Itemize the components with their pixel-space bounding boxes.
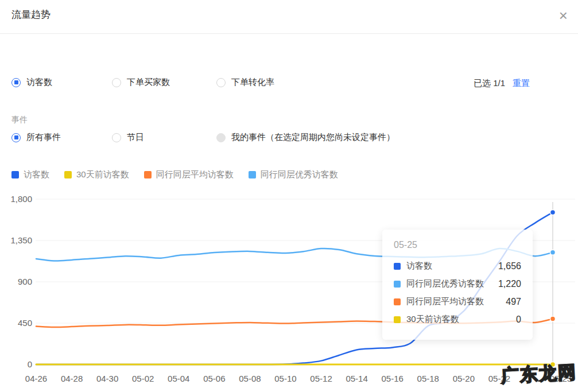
x-axis-label: 05-22 (488, 374, 510, 383)
radio-order-buyers[interactable]: 下单买家数 (112, 77, 170, 88)
radio-selected-icon (11, 78, 21, 87)
series-swatch (394, 281, 401, 288)
x-axis-label: 05-06 (203, 374, 225, 383)
legend-item-visitors[interactable]: 访客数 (11, 169, 49, 180)
radio-holidays[interactable]: 节日 (112, 132, 144, 143)
y-axis-label: 0 (0, 359, 32, 369)
x-axis-label: 04-28 (61, 374, 83, 383)
page-title: 流量趋势 (11, 8, 51, 21)
highlight-dot (550, 362, 556, 367)
x-axis-label: 05-12 (310, 374, 332, 383)
radio-conversion-rate[interactable]: 下单转化率 (216, 77, 274, 88)
tooltip-row: 同行同层优秀访客数 1,220 (394, 275, 521, 293)
x-axis-label: 05-04 (168, 374, 189, 383)
y-axis-label: 450 (0, 318, 32, 328)
x-axis-label: 05-25 (550, 374, 572, 383)
legend-swatch (64, 171, 72, 178)
legend-label: 同行同层优秀访客数 (261, 169, 338, 180)
tooltip-row: 访客数 1,656 (394, 257, 521, 275)
radio-my-events[interactable]: 我的事件（在选定周期内您尚未设定事件） (216, 132, 395, 143)
radio-label: 节日 (127, 132, 144, 143)
legend-label: 30天前访客数 (76, 169, 129, 180)
radio-label: 所有事件 (26, 132, 61, 143)
chart-tooltip: 05-25 访客数 1,656 同行同层优秀访客数 1,220 同行同层平均访客… (382, 230, 533, 340)
series-value: 497 (506, 297, 521, 307)
y-axis-label: 1,800 (0, 194, 32, 204)
radio-unselected-icon (112, 78, 121, 87)
legend-item-peer-excellent[interactable]: 同行同层优秀访客数 (249, 169, 338, 180)
tooltip-row: 同行同层平均访客数 497 (394, 293, 521, 311)
radio-disabled-icon (216, 133, 226, 142)
event-section-label: 事件 (11, 115, 28, 125)
x-axis-label: 05-16 (382, 374, 404, 383)
highlight-dot (550, 316, 556, 321)
chart-legend: 访客数 30天前访客数 同行同层平均访客数 同行同层优秀访客数 (11, 169, 338, 180)
radio-unselected-icon (216, 78, 226, 87)
legend-label: 访客数 (24, 169, 49, 180)
highlight-dot (550, 210, 556, 215)
radio-selected-icon (11, 133, 21, 142)
series-value: 0 (516, 315, 521, 325)
legend-swatch (144, 171, 152, 178)
x-axis-label: 05-20 (453, 374, 475, 383)
legend-label: 同行同层平均访客数 (156, 169, 234, 180)
selected-count: 已选 1/1 (474, 78, 505, 89)
legend-swatch (249, 171, 256, 178)
y-axis-label: 900 (0, 277, 32, 286)
x-axis-label: 04-26 (25, 374, 47, 383)
x-axis-label: 05-10 (274, 374, 296, 383)
x-axis-label: 05-02 (132, 374, 154, 383)
radio-label: 下单转化率 (231, 77, 274, 88)
series-value: 1,220 (498, 279, 521, 289)
x-axis-label: 05-08 (239, 374, 261, 383)
series-swatch (394, 263, 401, 270)
series-value: 1,656 (498, 261, 521, 271)
y-axis-label: 1,350 (0, 235, 32, 245)
radio-all-events[interactable]: 所有事件 (11, 132, 61, 143)
tooltip-date: 05-25 (394, 240, 521, 250)
radio-unselected-icon (112, 133, 121, 142)
series-label: 30天前访客数 (406, 314, 459, 325)
legend-item-30days-ago[interactable]: 30天前访客数 (64, 169, 129, 180)
x-axis-label: 05-14 (346, 374, 367, 383)
series-label: 同行同层优秀访客数 (406, 278, 484, 289)
series-swatch (394, 316, 401, 323)
close-icon[interactable]: × (556, 5, 571, 26)
reset-link[interactable]: 重置 (513, 78, 570, 89)
x-axis-label: 05-18 (417, 374, 439, 383)
watermark: 广东龙网 (501, 360, 577, 389)
radio-visitors[interactable]: 访客数 (11, 77, 52, 88)
header-divider (0, 33, 578, 34)
radio-label: 我的事件（在选定周期内您尚未设定事件） (231, 132, 395, 143)
event-filter-row: 所有事件 节日 我的事件（在选定周期内您尚未设定事件） (0, 132, 578, 145)
highlight-dot (550, 250, 556, 255)
tooltip-row: 30天前访客数 0 (394, 311, 521, 328)
radio-label: 下单买家数 (127, 77, 170, 88)
series-swatch (394, 298, 401, 305)
x-axis-label: 04-30 (96, 374, 118, 383)
series-label: 同行同层平均访客数 (406, 296, 484, 307)
traffic-trend-modal: 流量趋势 × 访客数 下单买家数 下单转化率 已选 1/1 重置 事件 所有事件… (0, 0, 578, 392)
radio-label: 访客数 (26, 77, 52, 88)
legend-swatch (11, 171, 19, 178)
legend-item-peer-average[interactable]: 同行同层平均访客数 (144, 169, 234, 180)
series-label: 访客数 (406, 261, 432, 271)
